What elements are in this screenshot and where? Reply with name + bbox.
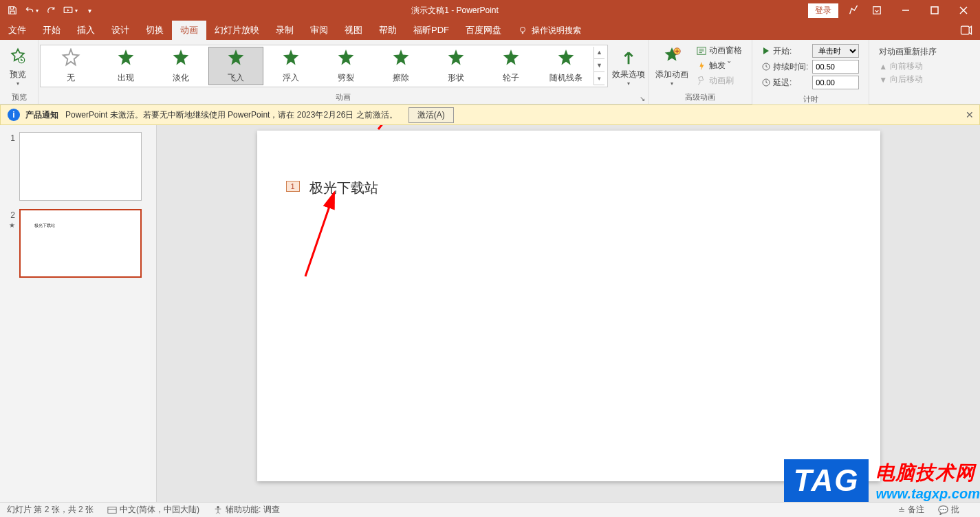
group-preview-label: 预览	[0, 91, 38, 104]
animation-index-badge[interactable]: 1	[286, 181, 300, 192]
share-icon[interactable]	[959, 23, 974, 38]
clock-icon	[762, 78, 770, 87]
animations-gallery: 无出现淡化飞入浮入劈裂擦除形状轮子随机线条▲▼▾	[40, 45, 608, 87]
animation-painter-label: 动画刷	[709, 75, 734, 87]
tab-design[interactable]: 设计	[103, 21, 138, 40]
redo-icon[interactable]	[43, 2, 59, 19]
timing-grid: 开始: 单击时 持续时间: 延迟:	[756, 41, 864, 92]
start-select[interactable]: 单击时	[812, 44, 859, 58]
anim-flyin[interactable]: 飞入	[208, 47, 263, 85]
chevron-down-icon: ▼	[879, 75, 887, 85]
slide-editor[interactable]: 1 极光下载站	[157, 125, 980, 502]
group-preview: 预览 ▾ 预览	[0, 40, 39, 104]
group-reorder: 对动画重新排序 ▲向前移动 ▼向后移动	[869, 40, 946, 104]
tab-animation[interactable]: 动画	[172, 21, 206, 40]
save-icon[interactable]	[4, 2, 21, 19]
move-later-button[interactable]: ▼向后移动	[879, 74, 937, 85]
anim-split[interactable]: 劈裂	[318, 47, 373, 85]
gallery-more-icon[interactable]: ▾	[594, 73, 605, 85]
watermark-tag: TAG	[784, 459, 869, 502]
tab-insert[interactable]: 插入	[69, 21, 103, 40]
star-icon	[336, 48, 356, 71]
thumbnail[interactable]: 极光下载站	[19, 209, 142, 278]
maximize-icon[interactable]	[921, 0, 948, 21]
accessibility-status[interactable]: 辅助功能: 调查	[213, 504, 280, 516]
trigger-button[interactable]: 触发 ˇ	[694, 59, 745, 73]
ribbon-display-icon[interactable]	[863, 0, 891, 21]
effect-options-icon	[618, 45, 640, 67]
anim-randombars[interactable]: 随机线条	[538, 47, 594, 85]
move-earlier-label: 向前移动	[890, 60, 923, 72]
start-label-text: 开始:	[773, 45, 792, 57]
thumbnail-number: 1	[3, 132, 15, 143]
dialog-launcher-icon[interactable]: ↘	[638, 94, 646, 102]
anim-shape[interactable]: 形状	[428, 47, 483, 85]
reorder-col: 对动画重新排序 ▲向前移动 ▼向后移动	[873, 43, 942, 88]
star-icon	[171, 48, 191, 71]
anim-none[interactable]: 无	[43, 47, 98, 85]
title-bar: ▾ ▾ ▾ 演示文稿1 - PowerPoint 登录	[0, 0, 980, 21]
group-timing: 开始: 单击时 持续时间: 延迟: 计时	[752, 40, 869, 104]
comments-button[interactable]: 💬 批	[938, 504, 959, 516]
anim-floatin[interactable]: 浮入	[263, 47, 318, 85]
login-button[interactable]: 登录	[808, 3, 838, 18]
tab-review[interactable]: 审阅	[302, 21, 336, 40]
tab-baidu[interactable]: 百度网盘	[457, 21, 510, 40]
anim-wheel[interactable]: 轮子	[483, 47, 538, 85]
anim-appear[interactable]: 出现	[98, 47, 153, 85]
move-later-label: 向后移动	[890, 74, 923, 85]
notification-badge: 产品通知	[25, 109, 58, 121]
notes-button[interactable]: ≐ 备注	[898, 504, 924, 516]
chevron-down-icon: ▾	[627, 80, 630, 87]
preview-button[interactable]: 预览 ▾	[4, 42, 32, 90]
group-timing-label: 计时	[752, 94, 869, 104]
svg-rect-16	[108, 507, 116, 513]
delay-input[interactable]	[812, 76, 859, 89]
tell-me-search[interactable]: 操作说明搜索	[510, 21, 589, 40]
move-earlier-button[interactable]: ▲向前移动	[879, 60, 937, 72]
close-icon[interactable]	[950, 0, 977, 21]
close-icon[interactable]: ✕	[966, 109, 974, 120]
svg-rect-4	[931, 7, 938, 14]
duration-label: 持续时间:	[762, 61, 808, 73]
tab-foxit[interactable]: 福昕PDF	[405, 21, 457, 40]
slide-counter[interactable]: 幻灯片 第 2 张，共 2 张	[7, 504, 94, 516]
minimize-icon[interactable]	[892, 0, 919, 21]
tab-home[interactable]: 开始	[34, 21, 69, 40]
coming-soon-icon[interactable]	[845, 2, 862, 19]
tab-file[interactable]: 文件	[0, 21, 34, 40]
tab-record[interactable]: 录制	[268, 21, 302, 40]
thumbnail-panel[interactable]: 1 2 ★ 极光下载站	[0, 125, 157, 502]
qat-customize-icon[interactable]: ▾	[81, 2, 98, 19]
language-status[interactable]: 中文(简体，中国大陆)	[107, 504, 199, 516]
watermark-line2: www.tagxp.com	[875, 486, 980, 502]
animation-painter-button[interactable]: 动画刷	[694, 74, 745, 88]
duration-input[interactable]	[812, 60, 859, 74]
svg-rect-8	[961, 26, 970, 34]
undo-icon[interactable]: ▾	[23, 2, 40, 19]
gallery-down-icon[interactable]: ▼	[594, 60, 605, 72]
tab-transition[interactable]: 切换	[138, 21, 172, 40]
gallery-up-icon[interactable]: ▲	[594, 47, 605, 59]
tab-help[interactable]: 帮助	[371, 21, 405, 40]
add-animation-button[interactable]: 添加动画 ▾	[653, 42, 691, 90]
preview-label: 预览	[10, 69, 26, 80]
thumbnail[interactable]	[19, 132, 142, 201]
anim-wipe[interactable]: 擦除	[373, 47, 428, 85]
anim-fade[interactable]: 淡化	[153, 47, 208, 85]
slide-canvas[interactable]: 1 极光下载站	[257, 131, 880, 481]
tab-slideshow[interactable]: 幻灯片放映	[206, 21, 268, 40]
effect-options-button[interactable]: 效果选项 ▾	[609, 42, 648, 90]
trigger-icon	[697, 61, 706, 71]
tab-view[interactable]: 视图	[336, 21, 371, 40]
notes-label: 备注	[908, 504, 924, 516]
animation-pane-icon	[697, 46, 706, 56]
group-advanced: 添加动画 ▾ 动画窗格 触发 ˇ 动画刷 高级动画	[649, 40, 752, 104]
activate-button[interactable]: 激活(A)	[409, 107, 454, 123]
anim-label: 浮入	[283, 72, 299, 84]
ribbon: 预览 ▾ 预览 无出现淡化飞入浮入劈裂擦除形状轮子随机线条▲▼▾ 效果选项 ▾ …	[0, 40, 980, 104]
animation-pane-button[interactable]: 动画窗格	[694, 44, 745, 58]
start-from-beginning-icon[interactable]: ▾	[62, 2, 78, 19]
star-icon	[116, 48, 136, 71]
anim-indicator-icon: ★	[9, 221, 15, 229]
